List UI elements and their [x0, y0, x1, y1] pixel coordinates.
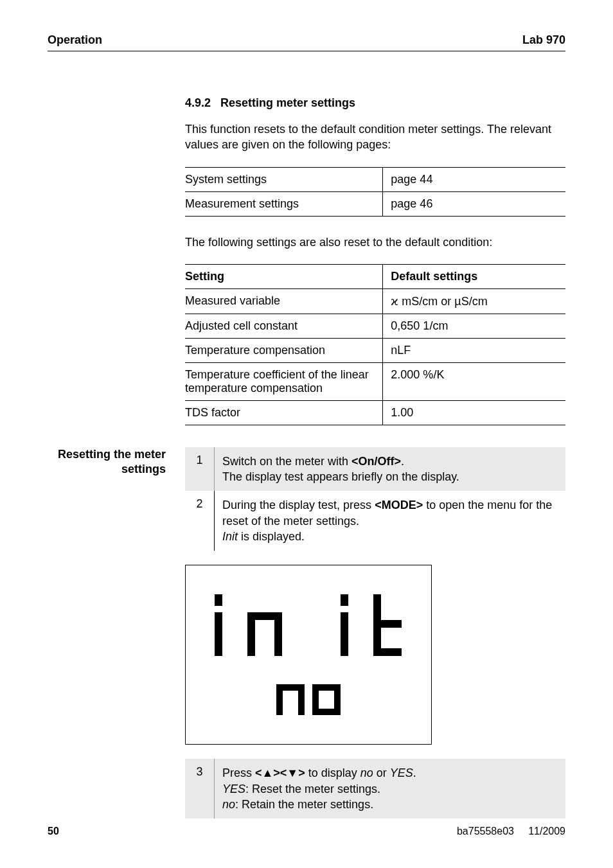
arrow-keys: <▲><▼> — [255, 766, 305, 779]
yes-label: YES — [222, 783, 245, 795]
no-word: no — [360, 766, 373, 779]
seg-t — [373, 594, 408, 656]
link-page: page 46 — [383, 191, 565, 216]
step1-post: . — [401, 455, 404, 468]
section-intro: This function resets to the default cond… — [185, 121, 565, 153]
footer-right: ba75558e03 11/2009 — [457, 826, 565, 837]
step-text: Switch on the meter with <On/Off>. The d… — [215, 447, 565, 492]
step3-post: . — [413, 766, 416, 779]
mode-key: <MODE> — [375, 499, 423, 511]
setting-default: 2.000 %/K — [383, 362, 565, 400]
section-between: The following settings are also reset to… — [185, 235, 565, 250]
step-number: 3 — [185, 759, 215, 819]
table-row: Adjusted cell constant 0,650 1/cm — [185, 314, 565, 338]
yes-word: YES — [390, 766, 413, 779]
seg-space — [303, 594, 314, 656]
svg-rect-16 — [312, 709, 341, 715]
step-3: 3 Press <▲><▼> to display no or YES. YES… — [185, 759, 565, 819]
no-desc: : Retain the meter settings. — [235, 798, 373, 811]
setting-name: Measured variable — [185, 288, 383, 314]
svg-rect-9 — [373, 648, 402, 656]
step-number: 2 — [185, 491, 215, 551]
table-row: Measured variable ϰ mS/cm or µS/cm — [185, 288, 565, 314]
yes-desc: : Reset the meter settings. — [245, 783, 380, 795]
svg-rect-6 — [341, 612, 348, 656]
step1-line2: The display test appears briefly on the … — [222, 470, 459, 483]
setting-name: Temperature compensation — [185, 338, 383, 362]
table-row: Temperature compensation nLF — [185, 338, 565, 362]
link-label: System settings — [185, 167, 383, 191]
seg-i-lower — [335, 594, 353, 656]
lcd-display — [185, 565, 432, 745]
seg-o-small — [312, 679, 341, 715]
side-label: Resetting the meter settings — [48, 447, 185, 477]
default-settings-table: Setting Default settings Measured variab… — [185, 264, 565, 425]
step-text: Press <▲><▼> to display no or YES. YES: … — [215, 759, 565, 819]
seg-n — [247, 594, 282, 656]
setting-default: 0,650 1/cm — [383, 314, 565, 338]
section-title: Resetting meter settings — [220, 96, 355, 109]
link-label: Measurement settings — [185, 191, 383, 216]
step-1: 1 Switch on the meter with <On/Off>. The… — [185, 447, 565, 492]
seg-i-upper — [209, 594, 227, 656]
doc-id: ba75558e03 — [457, 826, 514, 837]
step-2: 2 During the display test, press <MODE> … — [185, 491, 565, 551]
setting-default: 1.00 — [383, 400, 565, 425]
seg-n-small — [276, 679, 305, 715]
table-row: Temperature coefficient of the linear te… — [185, 362, 565, 400]
step3-or: or — [373, 766, 390, 779]
side-label-line1: Resetting the meter — [58, 448, 166, 461]
page-header: Operation Lab 970 — [48, 33, 565, 51]
section-heading: 4.9.2 Resetting meter settings — [185, 96, 565, 110]
settings-head-2: Default settings — [383, 264, 565, 288]
step2-pre: During the display test, press — [222, 499, 375, 511]
no-label: no — [222, 798, 235, 811]
setting-name: TDS factor — [185, 400, 383, 425]
table-row: TDS factor 1.00 — [185, 400, 565, 425]
svg-rect-5 — [341, 594, 348, 606]
header-operation: Operation — [48, 33, 102, 47]
lcd-sub-text — [276, 679, 341, 715]
init-word: Init — [222, 530, 238, 543]
doc-date: 11/2009 — [528, 826, 565, 837]
table-row: Measurement settings page 46 — [185, 191, 565, 216]
setting-default: ϰ mS/cm or µS/cm — [383, 288, 565, 314]
svg-rect-1 — [215, 612, 222, 656]
section-number: 4.9.2 — [185, 96, 211, 109]
step1-pre: Switch on the meter with — [222, 455, 351, 468]
step3-mid: to display — [305, 766, 360, 779]
step-number: 1 — [185, 447, 215, 492]
svg-rect-12 — [298, 684, 305, 715]
side-label-line2: settings — [121, 463, 166, 475]
page-number: 50 — [48, 826, 59, 837]
lcd-main-text — [209, 594, 408, 656]
page-links-table: System settings page 44 Measurement sett… — [185, 167, 565, 217]
step3-pre: Press — [222, 766, 255, 779]
svg-rect-8 — [373, 620, 402, 628]
setting-name: Temperature coefficient of the linear te… — [185, 362, 383, 400]
link-page: page 44 — [383, 167, 565, 191]
step-text: During the display test, press <MODE> to… — [215, 491, 565, 551]
setting-default: nLF — [383, 338, 565, 362]
settings-head-1: Setting — [185, 264, 383, 288]
svg-rect-0 — [215, 594, 222, 606]
table-row: System settings page 44 — [185, 167, 565, 191]
step2-line2b: is displayed. — [238, 530, 305, 543]
svg-rect-4 — [274, 612, 282, 656]
setting-name: Adjusted cell constant — [185, 314, 383, 338]
header-model: Lab 970 — [522, 33, 565, 47]
onoff-key: <On/Off> — [351, 455, 401, 468]
page-footer: 50 ba75558e03 11/2009 — [48, 826, 565, 837]
